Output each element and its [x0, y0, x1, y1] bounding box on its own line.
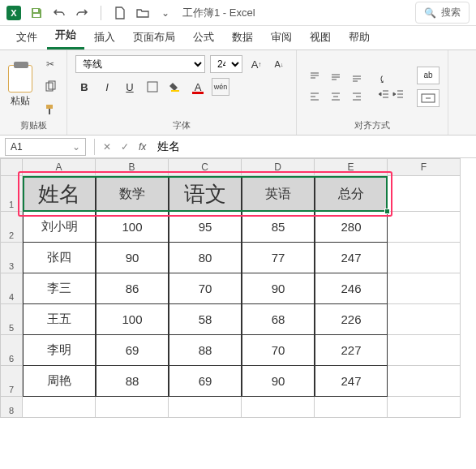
- cell-b7[interactable]: 88: [96, 366, 169, 397]
- font-color-button[interactable]: A: [189, 78, 207, 96]
- cell-c2[interactable]: 95: [169, 212, 242, 243]
- cell-c4[interactable]: 70: [169, 273, 242, 304]
- font-size-select[interactable]: 24: [210, 55, 242, 73]
- row-header-1[interactable]: 1: [0, 176, 23, 212]
- row-header-8[interactable]: 8: [0, 397, 23, 418]
- row-header-7[interactable]: 7: [0, 366, 23, 397]
- cell-d7[interactable]: 90: [242, 366, 315, 397]
- cell-e1[interactable]: 总分: [315, 176, 388, 212]
- cell-c7[interactable]: 69: [169, 366, 242, 397]
- fx-icon[interactable]: fx: [139, 141, 146, 153]
- redo-icon[interactable]: [75, 6, 89, 20]
- orientation-icon[interactable]: ⤹: [378, 74, 386, 85]
- enter-formula-icon[interactable]: ✓: [116, 141, 134, 153]
- align-bottom-icon[interactable]: [347, 68, 367, 86]
- align-top-icon[interactable]: [305, 68, 324, 86]
- new-file-icon[interactable]: [113, 6, 127, 20]
- fill-color-button[interactable]: [166, 78, 184, 96]
- cell-d6[interactable]: 70: [242, 335, 315, 366]
- cancel-formula-icon[interactable]: ✕: [98, 141, 116, 153]
- row-header-2[interactable]: 2: [0, 212, 23, 243]
- cut-icon[interactable]: ✂: [42, 56, 58, 72]
- cell-b1[interactable]: 数学: [96, 176, 169, 212]
- cell-d5[interactable]: 68: [242, 304, 315, 335]
- bold-button[interactable]: B: [75, 78, 93, 96]
- qat-overflow-icon[interactable]: ⌄: [158, 6, 173, 20]
- cell-a8[interactable]: [23, 397, 96, 418]
- font-name-select[interactable]: 等线: [75, 55, 205, 73]
- align-middle-icon[interactable]: [326, 68, 345, 86]
- cell-a7[interactable]: 周艳: [23, 366, 96, 397]
- align-right-icon[interactable]: [347, 88, 367, 105]
- col-header-f[interactable]: F: [388, 158, 461, 176]
- tab-help[interactable]: 帮助: [341, 25, 378, 49]
- col-header-d[interactable]: D: [242, 158, 315, 176]
- cell-c6[interactable]: 88: [169, 335, 242, 366]
- cell-e3[interactable]: 247: [315, 243, 388, 273]
- tab-page-layout[interactable]: 页面布局: [125, 25, 183, 49]
- increase-indent-icon[interactable]: [392, 88, 404, 100]
- undo-icon[interactable]: [52, 6, 66, 20]
- tab-file[interactable]: 文件: [8, 25, 45, 49]
- cell-b8[interactable]: [96, 397, 169, 418]
- row-header-6[interactable]: 6: [0, 335, 23, 366]
- tab-home[interactable]: 开始: [47, 23, 84, 49]
- tab-insert[interactable]: 插入: [86, 25, 123, 49]
- cell-e8[interactable]: [315, 397, 388, 418]
- cell-a6[interactable]: 李明: [23, 335, 96, 366]
- row-header-4[interactable]: 4: [0, 273, 23, 304]
- align-center-icon[interactable]: [326, 88, 345, 105]
- tab-formulas[interactable]: 公式: [185, 25, 222, 49]
- cell-a1[interactable]: 姓名: [23, 176, 96, 212]
- cell-f7[interactable]: [388, 366, 461, 397]
- cell-f2[interactable]: [388, 212, 461, 243]
- worksheet[interactable]: A B C D E F 1 姓名 数学 语文 英语 总分 2 刘小明 100 9…: [0, 158, 476, 418]
- cell-f8[interactable]: [388, 397, 461, 418]
- wrap-text-button[interactable]: ab: [417, 67, 440, 84]
- decrease-font-icon[interactable]: A↓: [270, 55, 288, 73]
- cell-e4[interactable]: 246: [315, 273, 388, 304]
- cell-e5[interactable]: 226: [315, 304, 388, 335]
- paste-icon[interactable]: [8, 65, 32, 93]
- cell-a4[interactable]: 李三: [23, 273, 96, 304]
- cell-d4[interactable]: 90: [242, 273, 315, 304]
- decrease-indent-icon[interactable]: [378, 88, 389, 100]
- cell-e2[interactable]: 280: [315, 212, 388, 243]
- col-header-a[interactable]: A: [23, 158, 96, 176]
- cell-f4[interactable]: [388, 273, 461, 304]
- formula-input[interactable]: [151, 140, 476, 153]
- cell-f5[interactable]: [388, 304, 461, 335]
- cell-b5[interactable]: 100: [96, 304, 169, 335]
- col-header-e[interactable]: E: [315, 158, 388, 176]
- tab-review[interactable]: 审阅: [263, 25, 300, 49]
- italic-button[interactable]: I: [98, 78, 116, 96]
- border-button[interactable]: [144, 78, 161, 96]
- cell-d3[interactable]: 77: [242, 243, 315, 273]
- save-icon[interactable]: [29, 6, 44, 20]
- cell-a5[interactable]: 王五: [23, 304, 96, 335]
- cell-a3[interactable]: 张四: [23, 243, 96, 273]
- col-header-c[interactable]: C: [169, 158, 242, 176]
- cell-b2[interactable]: 100: [96, 212, 169, 243]
- name-box[interactable]: A1 ⌄: [5, 138, 86, 156]
- cell-c3[interactable]: 80: [169, 243, 242, 273]
- cell-a2[interactable]: 刘小明: [23, 212, 96, 243]
- underline-button[interactable]: U: [121, 78, 139, 96]
- name-box-dropdown-icon[interactable]: ⌄: [72, 141, 80, 153]
- paste-label[interactable]: 粘贴: [11, 94, 30, 108]
- cell-f1[interactable]: [388, 176, 461, 212]
- cell-d1[interactable]: 英语: [242, 176, 315, 212]
- cell-c1[interactable]: 语文: [169, 176, 242, 212]
- open-folder-icon[interactable]: [135, 6, 150, 20]
- copy-icon[interactable]: [42, 79, 58, 95]
- row-header-3[interactable]: 3: [0, 243, 23, 273]
- tab-data[interactable]: 数据: [224, 25, 261, 49]
- cell-e7[interactable]: 247: [315, 366, 388, 397]
- search-box[interactable]: 🔍 搜索: [415, 2, 470, 24]
- cell-d8[interactable]: [242, 397, 315, 418]
- select-all-corner[interactable]: [0, 158, 23, 176]
- merge-cells-button[interactable]: [417, 89, 440, 107]
- cell-f6[interactable]: [388, 335, 461, 366]
- cell-e6[interactable]: 227: [315, 335, 388, 366]
- tab-view[interactable]: 视图: [302, 25, 339, 49]
